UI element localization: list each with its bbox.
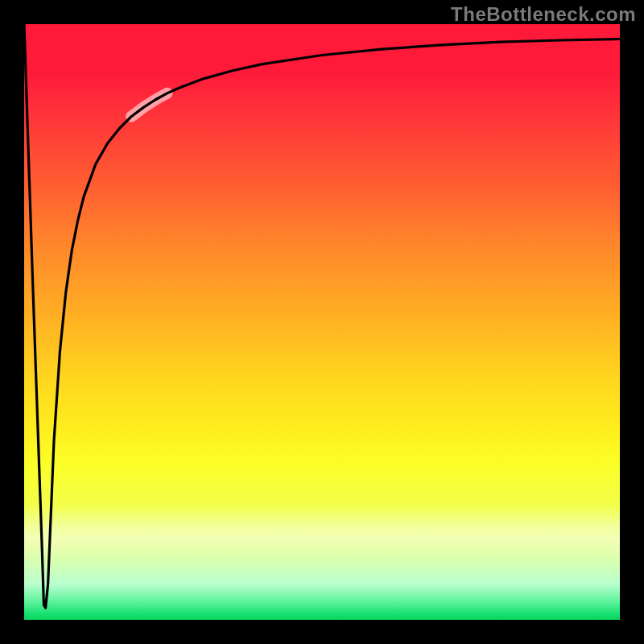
curve-svg [24,24,620,620]
plot-area [24,24,620,620]
chart-frame: TheBottleneck.com [0,0,644,644]
watermark-text: TheBottleneck.com [451,3,636,26]
curve-line [24,24,620,608]
